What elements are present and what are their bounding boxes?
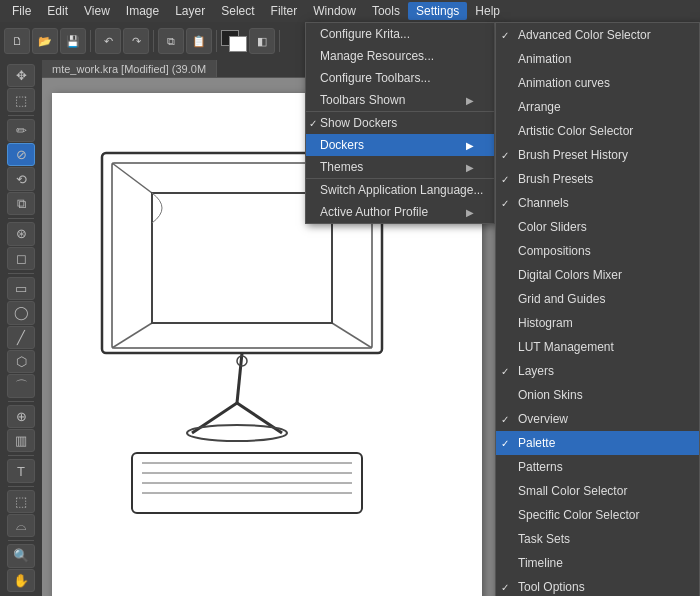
menu-file[interactable]: File bbox=[4, 2, 39, 20]
tool-smart-patch[interactable]: ⊛ bbox=[7, 222, 35, 245]
overview-check: ✓ bbox=[501, 412, 509, 427]
docker-brush-presets[interactable]: ✓ Brush Presets bbox=[496, 167, 699, 191]
menu-dockers[interactable]: Dockers ▶ bbox=[306, 134, 494, 156]
sep3 bbox=[216, 30, 217, 52]
tool-sep7 bbox=[8, 540, 34, 541]
tool-freehand[interactable]: ✏ bbox=[7, 119, 35, 142]
menu-window[interactable]: Window bbox=[305, 2, 364, 20]
menu-manage-resources[interactable]: Manage Resources... bbox=[306, 45, 494, 67]
tool-gradient[interactable]: ▥ bbox=[7, 429, 35, 452]
menu-toolbars-shown[interactable]: Toolbars Shown ▶ bbox=[306, 89, 494, 111]
tool-sep5 bbox=[8, 455, 34, 456]
background-color[interactable] bbox=[229, 36, 247, 52]
tool-clone[interactable]: ⧉ bbox=[7, 192, 35, 215]
docker-task-sets[interactable]: Task Sets bbox=[496, 527, 699, 551]
tool-multibrush[interactable]: ⟲ bbox=[7, 167, 35, 190]
docker-onion-skins[interactable]: Onion Skins bbox=[496, 383, 699, 407]
menu-settings[interactable]: Settings bbox=[408, 2, 467, 20]
settings-menu: Configure Krita... Manage Resources... C… bbox=[305, 22, 495, 224]
left-toolbox: ✥ ⬚ ✏ ⊘ ⟲ ⧉ ⊛ ◻ ▭ ◯ ╱ ⬡ ⌒ ⊕ ▥ T ⬚ ⌓ 🔍 ✋ bbox=[0, 60, 42, 596]
menu-themes[interactable]: Themes ▶ bbox=[306, 156, 494, 178]
dockers-arrow: ▶ bbox=[466, 140, 474, 151]
copy-btn[interactable]: ⧉ bbox=[158, 28, 184, 54]
menu-help[interactable]: Help bbox=[467, 2, 508, 20]
tool-rectangle[interactable]: ▭ bbox=[7, 277, 35, 300]
docker-animation[interactable]: Animation bbox=[496, 47, 699, 71]
docker-arrange[interactable]: Arrange bbox=[496, 95, 699, 119]
sep4 bbox=[279, 30, 280, 52]
tool-fill[interactable]: ⊕ bbox=[7, 405, 35, 428]
palette-check: ✓ bbox=[501, 436, 509, 451]
docker-timeline[interactable]: Timeline bbox=[496, 551, 699, 575]
tool-line[interactable]: ╱ bbox=[7, 326, 35, 349]
docker-animation-curves[interactable]: Animation curves bbox=[496, 71, 699, 95]
menu-active-author[interactable]: Active Author Profile ▶ bbox=[306, 201, 494, 223]
brush-presets-check: ✓ bbox=[501, 172, 509, 187]
menu-layer[interactable]: Layer bbox=[167, 2, 213, 20]
tool-options-check: ✓ bbox=[501, 580, 509, 595]
docker-small-color-selector[interactable]: Small Color Selector bbox=[496, 479, 699, 503]
new-file-btn[interactable]: 🗋 bbox=[4, 28, 30, 54]
menu-view[interactable]: View bbox=[76, 2, 118, 20]
sep1 bbox=[90, 30, 91, 52]
menu-configure-krita[interactable]: Configure Krita... bbox=[306, 23, 494, 45]
menu-image[interactable]: Image bbox=[118, 2, 167, 20]
menu-switch-lang[interactable]: Switch Application Language... bbox=[306, 178, 494, 201]
tool-zoom[interactable]: 🔍 bbox=[7, 544, 35, 567]
menu-configure-toolbars[interactable]: Configure Toolbars... bbox=[306, 67, 494, 89]
tool-text[interactable]: T bbox=[7, 459, 35, 482]
tool-ellipse[interactable]: ◯ bbox=[7, 301, 35, 324]
docker-layers[interactable]: ✓ Layers bbox=[496, 359, 699, 383]
tool-sep1 bbox=[8, 115, 34, 116]
docker-overview[interactable]: ✓ Overview bbox=[496, 407, 699, 431]
docker-brush-preset-history[interactable]: ✓ Brush Preset History bbox=[496, 143, 699, 167]
redo-btn[interactable]: ↷ bbox=[123, 28, 149, 54]
tool-bezier[interactable]: ⌒ bbox=[7, 374, 35, 397]
show-dockers-check: ✓ bbox=[309, 118, 317, 129]
docker-channels[interactable]: ✓ Channels bbox=[496, 191, 699, 215]
paste-btn[interactable]: 📋 bbox=[186, 28, 212, 54]
tool-select-rect[interactable]: ⬚ bbox=[7, 490, 35, 513]
tool-transform[interactable]: ⬚ bbox=[7, 88, 35, 111]
channels-check: ✓ bbox=[501, 196, 509, 211]
layers-check: ✓ bbox=[501, 364, 509, 379]
undo-btn[interactable]: ↶ bbox=[95, 28, 121, 54]
tool-polygon[interactable]: ⬡ bbox=[7, 350, 35, 373]
tool-move[interactable]: ✥ bbox=[7, 64, 35, 87]
docker-lut-management[interactable]: LUT Management bbox=[496, 335, 699, 359]
dockers-submenu: ✓ Advanced Color Selector Animation Anim… bbox=[495, 22, 700, 596]
docker-compositions[interactable]: Compositions bbox=[496, 239, 699, 263]
docker-color-sliders[interactable]: Color Sliders bbox=[496, 215, 699, 239]
menu-show-dockers[interactable]: ✓ Show Dockers bbox=[306, 111, 494, 134]
save-btn[interactable]: 💾 bbox=[60, 28, 86, 54]
themes-arrow: ▶ bbox=[466, 162, 474, 173]
menu-edit[interactable]: Edit bbox=[39, 2, 76, 20]
tool-sep4 bbox=[8, 401, 34, 402]
docker-artistic-color-selector[interactable]: Artistic Color Selector bbox=[496, 119, 699, 143]
tool-pan[interactable]: ✋ bbox=[7, 569, 35, 592]
sep2 bbox=[153, 30, 154, 52]
docker-patterns[interactable]: Patterns bbox=[496, 455, 699, 479]
tool-sep6 bbox=[8, 486, 34, 487]
docker-advanced-color-selector[interactable]: ✓ Advanced Color Selector bbox=[496, 23, 699, 47]
canvas-tab[interactable]: mte_work.kra [Modified] (39.0M bbox=[42, 60, 217, 77]
menu-select[interactable]: Select bbox=[213, 2, 262, 20]
docker-tool-options[interactable]: ✓ Tool Options bbox=[496, 575, 699, 596]
menu-tools[interactable]: Tools bbox=[364, 2, 408, 20]
tool-eraser[interactable]: ◻ bbox=[7, 247, 35, 270]
color-swatch[interactable] bbox=[221, 30, 247, 52]
tool-select-freehand[interactable]: ⌓ bbox=[7, 514, 35, 537]
author-arrow: ▶ bbox=[466, 207, 474, 218]
docker-histogram[interactable]: Histogram bbox=[496, 311, 699, 335]
menubar: File Edit View Image Layer Select Filter… bbox=[0, 0, 700, 22]
docker-digital-colors-mixer[interactable]: Digital Colors Mixer bbox=[496, 263, 699, 287]
menu-filter[interactable]: Filter bbox=[263, 2, 306, 20]
open-btn[interactable]: 📂 bbox=[32, 28, 58, 54]
tool-calligraphy[interactable]: ⊘ bbox=[7, 143, 35, 166]
color-settings-btn[interactable]: ◧ bbox=[249, 28, 275, 54]
docker-palette[interactable]: ✓ Palette bbox=[496, 431, 699, 455]
brush-preset-history-check: ✓ bbox=[501, 148, 509, 163]
tool-sep2 bbox=[8, 218, 34, 219]
docker-grid-and-guides[interactable]: Grid and Guides bbox=[496, 287, 699, 311]
docker-specific-color-selector[interactable]: Specific Color Selector bbox=[496, 503, 699, 527]
